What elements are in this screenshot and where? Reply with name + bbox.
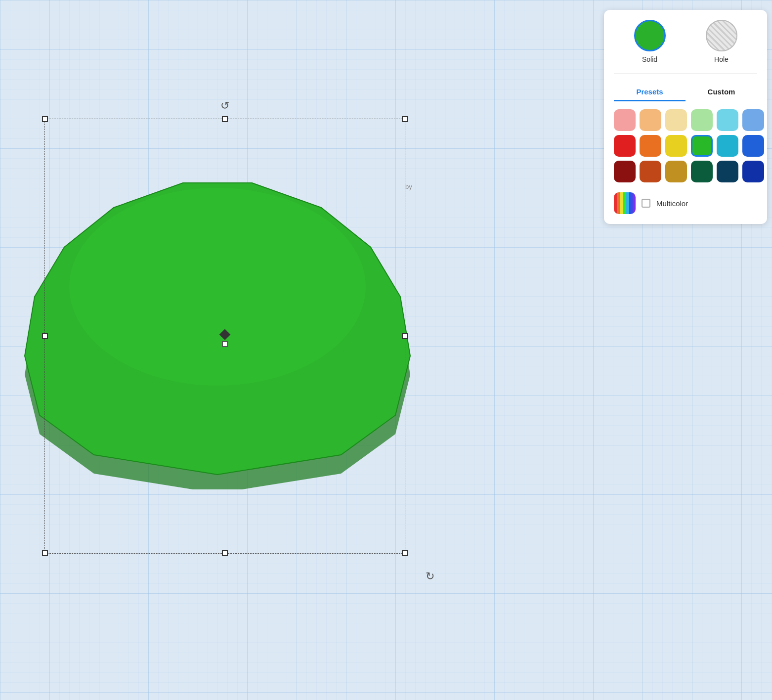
multicolor-row: Multicolor	[614, 192, 757, 214]
solid-button[interactable]: Solid	[634, 20, 666, 63]
hole-button[interactable]: Hole	[706, 20, 737, 63]
color-grid	[614, 109, 757, 182]
color-swatch-orange[interactable]	[640, 135, 661, 157]
hole-icon	[706, 20, 737, 51]
color-swatch-cyan-light[interactable]	[717, 109, 738, 131]
hole-label: Hole	[714, 55, 729, 63]
color-swatch-dark-blue[interactable]	[742, 161, 764, 182]
color-swatch-pink-light[interactable]	[614, 109, 636, 131]
color-swatch-blue[interactable]	[742, 135, 764, 157]
right-panel: Solid Hole Presets Custom Multicolor	[604, 10, 767, 224]
color-swatch-dark-teal[interactable]	[717, 161, 738, 182]
color-swatch-blue-light[interactable]	[742, 109, 764, 131]
color-swatch-red[interactable]	[614, 135, 636, 157]
svg-point-2	[69, 188, 366, 386]
multicolor-checkbox[interactable]	[642, 199, 650, 208]
solid-icon	[634, 20, 666, 51]
color-swatch-dark-orange[interactable]	[640, 161, 661, 182]
multicolor-label: Multicolor	[656, 199, 688, 208]
color-swatch-green[interactable]	[691, 135, 713, 157]
tabs-row: Presets Custom	[614, 84, 757, 101]
solid-label: Solid	[642, 55, 657, 63]
tab-presets[interactable]: Presets	[614, 84, 686, 101]
shape-type-row: Solid Hole	[614, 20, 757, 74]
shape-svg	[15, 79, 420, 489]
color-swatch-cyan[interactable]	[717, 135, 738, 157]
color-swatch-green-light[interactable]	[691, 109, 713, 131]
color-swatch-peach[interactable]	[640, 109, 661, 131]
color-swatch-yellow[interactable]	[665, 135, 687, 157]
shape-container[interactable]: ↺ ↻	[15, 79, 420, 489]
color-swatch-dark-green[interactable]	[691, 161, 713, 182]
tab-custom[interactable]: Custom	[686, 84, 757, 101]
color-swatch-dark-yellow[interactable]	[665, 161, 687, 182]
multicolor-stripe-icon	[614, 192, 636, 214]
color-swatch-yellow-light[interactable]	[665, 109, 687, 131]
color-swatch-dark-red[interactable]	[614, 161, 636, 182]
